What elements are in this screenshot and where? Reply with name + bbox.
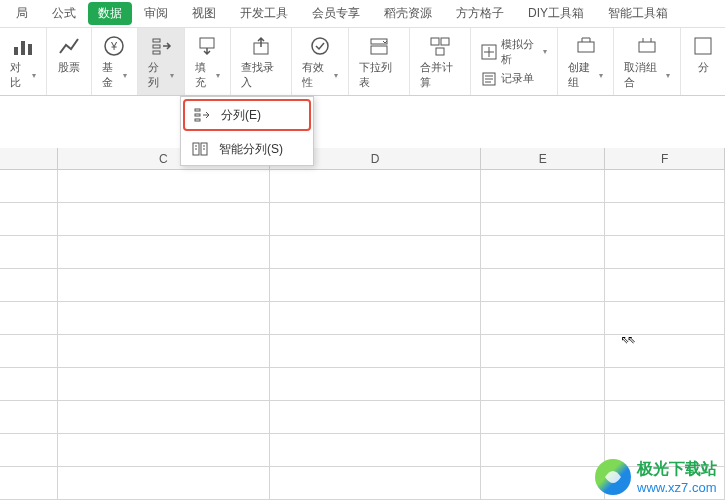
cell[interactable] (58, 203, 270, 236)
menu-item-smart-split[interactable]: 智能分列(S) (181, 133, 313, 165)
cell[interactable] (481, 302, 605, 335)
cell[interactable] (0, 269, 58, 302)
cell[interactable] (0, 434, 58, 467)
cell[interactable] (481, 434, 605, 467)
cell[interactable] (0, 335, 58, 368)
cell[interactable] (481, 170, 605, 203)
menu-item-smart-split-label: 智能分列(S) (219, 141, 283, 158)
cell[interactable] (270, 467, 482, 500)
group-button[interactable]: 创建组▾ (558, 28, 615, 95)
cell[interactable] (58, 170, 270, 203)
cell[interactable] (605, 335, 725, 368)
tab-fanggezi[interactable]: 方方格子 (444, 1, 516, 26)
cell[interactable] (481, 335, 605, 368)
tab-layout[interactable]: 局 (4, 1, 40, 26)
column-header-e[interactable]: E (481, 148, 605, 169)
tab-review[interactable]: 审阅 (132, 1, 180, 26)
cell[interactable] (0, 467, 58, 500)
svg-rect-8 (200, 38, 214, 48)
fill-button[interactable]: 填充▾ (185, 28, 232, 95)
merge-calculate-button[interactable]: 合并计算 (410, 28, 471, 95)
validity-button[interactable]: 有效性▾ (292, 28, 349, 95)
column-header-f[interactable]: F (605, 148, 725, 169)
svg-rect-20 (695, 38, 711, 54)
cell[interactable] (58, 335, 270, 368)
find-entry-label: 查找录入 (241, 60, 281, 90)
cell[interactable] (481, 203, 605, 236)
cell[interactable] (0, 236, 58, 269)
cell[interactable] (605, 269, 725, 302)
cell[interactable] (58, 269, 270, 302)
table-row (0, 368, 725, 401)
cell[interactable] (270, 203, 482, 236)
stock-label: 股票 (58, 60, 80, 75)
split-label: 分列 (148, 60, 168, 90)
compare-button[interactable]: 对比▾ (0, 28, 47, 95)
cell[interactable] (58, 467, 270, 500)
ungroup-label: 取消组合 (624, 60, 664, 90)
subtotal-label: 分 (698, 60, 709, 75)
record-form-button[interactable]: 记录单 (481, 71, 547, 87)
tab-data[interactable]: 数据 (88, 2, 132, 25)
ungroup-button[interactable]: 取消组合▾ (614, 28, 681, 95)
cell[interactable] (270, 401, 482, 434)
cell[interactable] (58, 302, 270, 335)
compare-label: 对比 (10, 60, 30, 90)
tab-smarttool[interactable]: 智能工具箱 (596, 1, 680, 26)
find-entry-icon (249, 34, 273, 58)
cell[interactable] (605, 302, 725, 335)
cell[interactable] (270, 335, 482, 368)
chevron-down-icon: ▾ (599, 71, 603, 80)
ribbon-tabs: 局 公式 数据 审阅 视图 开发工具 会员专享 稻壳资源 方方格子 DIY工具箱… (0, 0, 725, 28)
cell[interactable] (481, 368, 605, 401)
simulate-analysis-button[interactable]: 模拟分析▾ (481, 37, 547, 67)
cell[interactable] (0, 203, 58, 236)
cell[interactable] (605, 236, 725, 269)
grid[interactable] (0, 170, 725, 500)
cell[interactable] (58, 368, 270, 401)
cell[interactable] (58, 401, 270, 434)
record-icon (481, 71, 497, 87)
cell[interactable] (0, 368, 58, 401)
cell[interactable] (605, 401, 725, 434)
group-icon (574, 34, 598, 58)
cell[interactable] (605, 203, 725, 236)
tab-formula[interactable]: 公式 (40, 1, 88, 26)
tab-view[interactable]: 视图 (180, 1, 228, 26)
cell[interactable] (0, 302, 58, 335)
cell[interactable] (0, 401, 58, 434)
cell[interactable] (0, 170, 58, 203)
cell[interactable] (58, 434, 270, 467)
cell[interactable] (270, 170, 482, 203)
menu-item-split[interactable]: 分列(E) (183, 99, 311, 131)
cell[interactable] (605, 170, 725, 203)
tab-diy[interactable]: DIY工具箱 (516, 1, 596, 26)
stock-button[interactable]: 股票 (47, 28, 92, 95)
cell[interactable] (481, 467, 605, 500)
cell[interactable] (481, 401, 605, 434)
cell[interactable] (605, 368, 725, 401)
subtotal-button[interactable]: 分 (681, 28, 725, 95)
cell[interactable] (481, 236, 605, 269)
cell[interactable] (270, 434, 482, 467)
cell[interactable] (270, 269, 482, 302)
cell[interactable] (481, 269, 605, 302)
tab-developer[interactable]: 开发工具 (228, 1, 300, 26)
cell[interactable] (58, 236, 270, 269)
column-header[interactable] (0, 148, 58, 169)
fund-icon: ¥ (102, 34, 126, 58)
tab-daoke[interactable]: 稻壳资源 (372, 1, 444, 26)
dropdown-list-button[interactable]: 下拉列表 (349, 28, 410, 95)
fund-label: 基金 (102, 60, 122, 90)
cell[interactable] (270, 302, 482, 335)
cell[interactable] (270, 368, 482, 401)
find-entry-button[interactable]: 查找录入 (231, 28, 292, 95)
text-to-columns-button[interactable]: 分列▾ (138, 28, 185, 95)
cell[interactable] (270, 236, 482, 269)
table-row (0, 203, 725, 236)
chevron-down-icon: ▾ (543, 47, 547, 56)
svg-rect-18 (578, 42, 594, 52)
split-icon (193, 106, 211, 124)
tab-member[interactable]: 会员专享 (300, 1, 372, 26)
fund-button[interactable]: ¥ 基金▾ (92, 28, 139, 95)
